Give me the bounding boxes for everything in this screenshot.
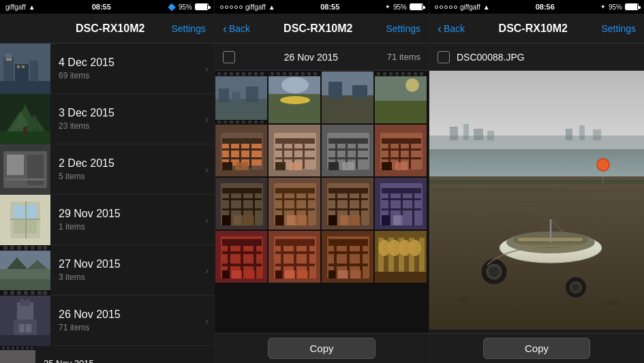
battery-fill-3 <box>626 4 637 10</box>
grid-cell-15[interactable] <box>374 230 427 283</box>
svg-rect-36 <box>31 246 35 250</box>
list-info-5: 26 Nov 2015 71 items <box>50 309 205 332</box>
signal-dot-3b <box>440 5 443 9</box>
grid-cell-9[interactable] <box>268 177 321 230</box>
grid-building-svg-3 <box>375 125 427 177</box>
copy-button-2[interactable]: Copy <box>268 338 375 359</box>
svg-rect-128 <box>395 72 399 76</box>
list-content-1: 4 Dec 2015 69 items › 3 Dec 2015 23 item… <box>0 44 214 363</box>
svg-rect-193 <box>275 215 283 225</box>
status-left-3: giffgaff ▲ <box>435 3 490 11</box>
list-item-4[interactable]: 27 Nov 2015 3 items › <box>0 245 214 296</box>
copy-bar-3: Copy <box>429 333 644 363</box>
svg-rect-10 <box>22 65 25 68</box>
grid-cell-10[interactable] <box>321 177 374 230</box>
svg-rect-87 <box>260 72 264 76</box>
status-right-2: ✦ 95% <box>385 3 423 11</box>
svg-rect-8 <box>10 59 12 61</box>
chevron-right-icon-0: › <box>205 63 209 74</box>
svg-rect-48 <box>0 279 50 290</box>
status-right-1: 🔷 95% <box>168 3 209 11</box>
nav-title-3: DSC-RX10M2 <box>499 22 568 35</box>
carrier-3: giffgaff <box>460 3 480 11</box>
signal-dot-3 <box>230 5 233 9</box>
svg-rect-4 <box>30 61 38 84</box>
svg-rect-237 <box>285 270 295 279</box>
list-date-0: 4 Dec 2015 <box>59 57 197 69</box>
grid-cell-14[interactable] <box>321 230 374 283</box>
settings-button-1[interactable]: Settings <box>171 23 206 34</box>
window-thumb-svg <box>0 195 50 245</box>
list-thumb-4 <box>0 245 50 296</box>
grid-cell-11[interactable] <box>374 177 427 230</box>
settings-button-2[interactable]: Settings <box>386 23 420 34</box>
svg-rect-195 <box>298 215 307 225</box>
list-item-5[interactable]: 26 Nov 2015 71 items › <box>0 296 214 346</box>
chevron-right-icon-4: › <box>205 265 209 276</box>
grid-cell-7[interactable] <box>374 124 427 177</box>
chevron-right-icon-3: › <box>205 215 209 225</box>
svg-rect-84 <box>242 72 245 76</box>
grid-cell-4[interactable] <box>215 124 268 177</box>
grid-cell-3[interactable] <box>374 71 427 124</box>
select-all-checkbox-2[interactable] <box>223 51 235 63</box>
svg-rect-261 <box>375 272 427 283</box>
bluetooth-icon-3: ✦ <box>600 3 606 10</box>
svg-rect-129 <box>401 72 405 76</box>
svg-rect-182 <box>222 215 230 225</box>
grid-cell-svg-0 <box>215 72 268 124</box>
svg-rect-130 <box>408 72 411 76</box>
nav-bar-1: DSC-RX10M2 Settings <box>0 14 214 44</box>
interior-thumb-svg <box>0 144 50 195</box>
list-thumb-0 <box>0 44 50 94</box>
svg-rect-9 <box>17 65 20 68</box>
list-thumb-5 <box>0 296 50 346</box>
photo-content-3 <box>429 71 644 333</box>
grid-cell-13[interactable] <box>268 230 321 283</box>
grid-cathedral-svg <box>375 231 427 283</box>
back-button-3[interactable]: ‹ Back <box>438 22 465 35</box>
signal-dots-2 <box>220 5 243 9</box>
list-item-6[interactable]: 25 Nov 2015 <box>0 346 214 363</box>
settings-button-3[interactable]: Settings <box>601 23 636 34</box>
grid-header-2: 26 Nov 2015 71 items <box>215 44 429 71</box>
grid-cell-0[interactable] <box>215 71 268 124</box>
svg-rect-225 <box>222 270 229 279</box>
list-item-1[interactable]: 3 Dec 2015 23 items › <box>0 94 214 144</box>
grid-cell-6[interactable] <box>321 124 374 177</box>
svg-rect-163 <box>342 162 354 170</box>
grid-cell-5[interactable] <box>268 124 321 177</box>
svg-rect-6 <box>0 81 50 94</box>
photo-checkbox-3[interactable] <box>438 51 450 63</box>
svg-rect-83 <box>236 72 239 76</box>
list-item-3[interactable]: 29 Nov 2015 1 items › <box>0 195 214 245</box>
svg-rect-19 <box>7 155 24 175</box>
svg-rect-288 <box>450 127 458 140</box>
back-button-2[interactable]: ‹ Back <box>223 22 250 35</box>
svg-rect-142 <box>222 162 232 170</box>
list-thumb-3 <box>0 195 50 245</box>
grid-cell-1[interactable] <box>268 71 321 124</box>
grid-row-1 <box>215 124 429 177</box>
grid-cell-8[interactable] <box>215 177 268 230</box>
list-thumb-6 <box>0 346 35 364</box>
list-item-2[interactable]: 2 Dec 2015 5 items › <box>0 144 214 195</box>
wifi-icon-3: ▲ <box>483 3 490 11</box>
time-3: 08:56 <box>536 3 555 11</box>
svg-rect-194 <box>287 215 296 225</box>
list-date-1: 3 Dec 2015 <box>59 107 197 119</box>
status-left-1: giffgaff ▲ <box>5 3 35 11</box>
grid-cell-2[interactable] <box>321 71 374 124</box>
grid-date-label-2: 26 Nov 2015 <box>284 52 338 63</box>
list-item-0[interactable]: 4 Dec 2015 69 items › <box>0 44 214 94</box>
list-info-1: 3 Dec 2015 23 items <box>50 107 205 131</box>
carrier-2: giffgaff <box>245 3 266 11</box>
svg-rect-114 <box>313 72 317 76</box>
svg-rect-106 <box>269 72 321 76</box>
chevron-right-icon-1: › <box>205 114 209 125</box>
svg-rect-58 <box>26 324 31 332</box>
grid-cell-12[interactable] <box>215 230 268 283</box>
copy-button-3[interactable]: Copy <box>483 338 590 359</box>
svg-rect-39 <box>3 291 7 295</box>
svg-rect-291 <box>487 131 494 140</box>
